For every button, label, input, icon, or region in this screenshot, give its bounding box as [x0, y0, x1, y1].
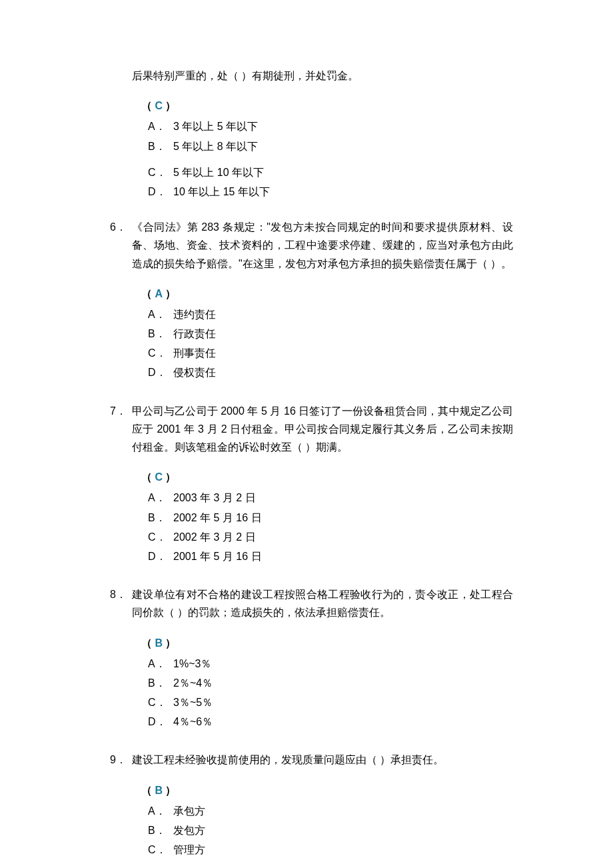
option-letter: C． [148, 344, 173, 362]
option-text: 2002 年 3 月 2 日 [173, 528, 513, 546]
option-text: 侵权责任 [173, 363, 513, 381]
option: D．4％~6％ [148, 713, 513, 731]
option-letter: D． [148, 183, 173, 201]
option-letter: D． [148, 547, 173, 565]
options: A． 3 年以上 5 年以下 B． 5 年以上 8 年以下 C． 5 年以上 1… [148, 117, 513, 201]
question-text: 建设工程未经验收提前使用的，发现质量问题应由（ ）承担责任。 [132, 751, 513, 769]
option-text: 2003 年 3 月 2 日 [173, 489, 513, 507]
option: C．刑事责任 [148, 344, 513, 362]
answer-letter: B [155, 785, 163, 796]
option-letter: C． [148, 693, 173, 711]
option-text: 3 年以上 5 年以下 [173, 117, 513, 135]
answer-letter: C [155, 100, 163, 111]
question-text: 后果特别严重的，处（ ）有期徒刑，并处罚金。 [132, 67, 513, 85]
option: C．2002 年 3 月 2 日 [148, 528, 513, 546]
option: B．2002 年 5 月 16 日 [148, 509, 513, 527]
question-text: 《合同法》第 283 条规定："发包方未按合同规定的时间和要求提供原材料、设备、… [132, 218, 513, 273]
question-stem: 8． 建设单位有对不合格的建设工程按照合格工程验收行为的，责令改正，处工程合同价… [100, 585, 513, 621]
option-letter: A． [148, 489, 173, 507]
option-text: 2002 年 5 月 16 日 [173, 509, 513, 527]
option: A．2003 年 3 月 2 日 [148, 489, 513, 507]
options: A．1%~3％ B．2％~4％ C．3％~5％ D．4％~6％ [148, 655, 513, 731]
option: C． 5 年以上 10 年以下 [148, 163, 513, 181]
option-text: 4％~6％ [173, 713, 513, 731]
option-letter: D． [148, 713, 173, 731]
option: C．3％~5％ [148, 693, 513, 711]
option: D．2001 年 5 月 16 日 [148, 547, 513, 565]
option-letter: C． [148, 528, 173, 546]
option-text: 5 年以上 8 年以下 [173, 137, 513, 155]
question-number: 8． [100, 585, 132, 621]
option-text: 3％~5％ [173, 693, 513, 711]
question-text: 甲公司与乙公司于 2000 年 5 月 16 日签订了一份设备租赁合同，其中规定… [132, 402, 513, 457]
question-number: 6． [100, 218, 132, 273]
question-text: 建设单位有对不合格的建设工程按照合格工程验收行为的，责令改正，处工程合同价款（ … [132, 585, 513, 621]
option-text: 违约责任 [173, 305, 513, 323]
option: B． 5 年以上 8 年以下 [148, 137, 513, 155]
option: D．侵权责任 [148, 363, 513, 381]
answer-block: （ B ） [141, 781, 513, 799]
answer-block: （ B ） [141, 634, 513, 652]
option-letter: C． [148, 163, 173, 181]
option: B．2％~4％ [148, 674, 513, 692]
option-letter: B． [148, 137, 173, 155]
option-text: 发包方 [173, 821, 513, 839]
question-stem: 9． 建设工程未经验收提前使用的，发现质量问题应由（ ）承担责任。 [100, 751, 513, 769]
option: A．违约责任 [148, 305, 513, 323]
option-letter: D． [148, 363, 173, 381]
option-text: 5 年以上 10 年以下 [173, 163, 513, 181]
option-letter: B． [148, 325, 173, 343]
question-8: 8． 建设单位有对不合格的建设工程按照合格工程验收行为的，责令改正，处工程合同价… [100, 585, 513, 731]
option-text: 承包方 [173, 802, 513, 820]
option-letter: C． [148, 841, 173, 859]
option-text: 管理方 [173, 841, 513, 859]
option: B．行政责任 [148, 325, 513, 343]
question-6: 6． 《合同法》第 283 条规定："发包方未按合同规定的时间和要求提供原材料、… [100, 218, 513, 382]
option-letter: B． [148, 509, 173, 527]
option-letter: A． [148, 802, 173, 820]
options: A．违约责任 B．行政责任 C．刑事责任 D．侵权责任 [148, 305, 513, 382]
option: B．发包方 [148, 821, 513, 839]
option-letter: A． [148, 305, 173, 323]
answer-block: （ C ） [141, 97, 513, 115]
option-text: 1%~3％ [173, 655, 513, 673]
option: C．管理方 [148, 841, 513, 859]
option-letter: A． [148, 117, 173, 135]
answer-block: （ A ） [141, 285, 513, 303]
answer-letter: A [155, 288, 162, 299]
question-number: 7． [100, 402, 132, 457]
option-letter: B． [148, 821, 173, 839]
answer-letter: B [155, 637, 163, 649]
option-letter: B． [148, 674, 173, 692]
question-stem: 6． 《合同法》第 283 条规定："发包方未按合同规定的时间和要求提供原材料、… [100, 218, 513, 273]
options: A．承包方 B．发包方 C．管理方 [148, 802, 513, 859]
document-content: 后果特别严重的，处（ ）有期徒刑，并处罚金。 （ C ） A． 3 年以上 5 … [0, 67, 613, 859]
option-text: 2001 年 5 月 16 日 [173, 547, 513, 565]
option: A．承包方 [148, 802, 513, 820]
option-letter: A． [148, 655, 173, 673]
option: D． 10 年以上 15 年以下 [148, 183, 513, 201]
option: A．1%~3％ [148, 655, 513, 673]
answer-letter: C [155, 471, 163, 483]
question-number: 9． [100, 751, 132, 769]
option-text: 10 年以上 15 年以下 [173, 183, 513, 201]
option-text: 行政责任 [173, 325, 513, 343]
option: A． 3 年以上 5 年以下 [148, 117, 513, 135]
option-text: 2％~4％ [173, 674, 513, 692]
question-7: 7． 甲公司与乙公司于 2000 年 5 月 16 日签订了一份设备租赁合同，其… [100, 402, 513, 566]
options: A．2003 年 3 月 2 日 B．2002 年 5 月 16 日 C．200… [148, 489, 513, 565]
question-9: 9． 建设工程未经验收提前使用的，发现质量问题应由（ ）承担责任。 （ B ） … [100, 751, 513, 859]
question-stem: 7． 甲公司与乙公司于 2000 年 5 月 16 日签订了一份设备租赁合同，其… [100, 402, 513, 457]
option-text: 刑事责任 [173, 344, 513, 362]
answer-block: （ C ） [141, 468, 513, 486]
question-continuation: 后果特别严重的，处（ ）有期徒刑，并处罚金。 [132, 67, 513, 85]
